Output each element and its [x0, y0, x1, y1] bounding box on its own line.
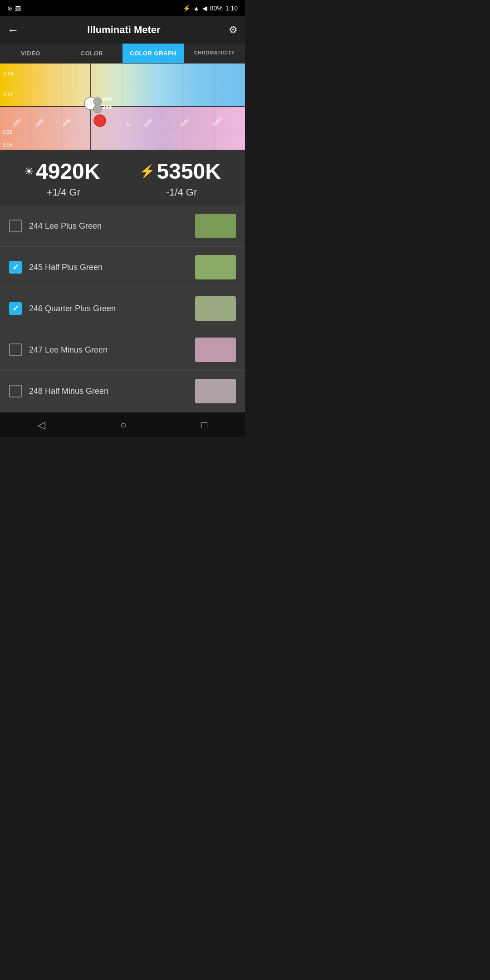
app-title: Illuminati Meter	[87, 24, 160, 36]
flash-temp: ⚡ 5350K	[139, 159, 221, 184]
filter-item-247: 247 Lee Minus Green	[0, 329, 245, 371]
filter-item-245: 245 Half Plus Green	[0, 247, 245, 288]
ambient-green: +1/4 Gr	[5, 186, 122, 198]
tab-color[interactable]: COLOR	[61, 44, 122, 63]
nav-back-button[interactable]: ◁	[27, 416, 56, 435]
filter-item-248: 248 Half Minus Green	[0, 371, 245, 412]
filter-label-248: 248 Half Minus Green	[29, 387, 188, 396]
color-swatch-248	[195, 379, 236, 403]
checkbox-247[interactable]	[9, 343, 22, 356]
tab-chromaticity[interactable]: CHROMATICITY	[184, 44, 245, 63]
status-right: ⚡ ▲ ◀ 80% 1:10	[183, 5, 238, 12]
temperature-display: ☀ 4920K ⚡ 5350K +1/4 Gr -1/4 Gr	[0, 150, 245, 206]
status-left: ⊗ 🖼	[7, 5, 21, 12]
wifi-icon: ▲	[193, 5, 200, 12]
checkbox-246[interactable]	[9, 302, 22, 315]
back-button[interactable]: ←	[7, 23, 19, 37]
app-bar: ← Illuminati Meter ⚙	[0, 16, 245, 44]
flash-icon: ⚡	[139, 164, 155, 179]
color-swatch-246	[195, 296, 236, 321]
tab-bar: VIDEO COLOR COLOR GRAPH CHROMATICITY	[0, 44, 245, 64]
filter-item-244: 244 Lee Plus Green	[0, 206, 245, 247]
temp-sub-row: +1/4 Gr -1/4 Gr	[5, 186, 240, 198]
status-bar: ⊗ 🖼 ⚡ ▲ ◀ 80% 1:10	[0, 0, 245, 16]
filter-item-246: 246 Quarter Plus Green	[0, 288, 245, 329]
time-text: 1:10	[225, 5, 238, 12]
filter-label-245: 245 Half Plus Green	[29, 263, 188, 272]
filter-label-244: 244 Lee Plus Green	[29, 221, 188, 231]
filter-list: 244 Lee Plus Green 245 Half Plus Green 2…	[0, 206, 245, 412]
app-icon: ⊗	[7, 5, 12, 12]
nav-recent-button[interactable]: □	[191, 416, 218, 435]
tab-color-graph[interactable]: COLOR GRAPH	[122, 44, 184, 63]
flash-green: -1/4 Gr	[122, 186, 240, 198]
nav-bar: ◁ ○ □	[0, 412, 245, 437]
flash-temp-value: 5350K	[157, 159, 221, 184]
color-graph: 0.04 0.02 -0.02 -0.04 2500 3000 4000 500…	[0, 64, 245, 150]
battery-text: 80%	[210, 5, 223, 12]
color-swatch-245	[195, 255, 236, 279]
color-swatch-247	[195, 338, 236, 362]
temp-row: ☀ 4920K ⚡ 5350K	[5, 159, 240, 184]
nav-home-button[interactable]: ○	[109, 416, 137, 435]
filter-label-246: 246 Quarter Plus Green	[29, 304, 188, 314]
image-icon: 🖼	[15, 5, 21, 12]
checkbox-244[interactable]	[9, 220, 22, 232]
tab-video[interactable]: VIDEO	[0, 44, 61, 63]
bluetooth-icon: ⚡	[183, 5, 191, 12]
ambient-temp: ☀ 4920K	[24, 159, 100, 184]
sun-icon: ☀	[24, 165, 34, 178]
settings-button[interactable]: ⚙	[229, 24, 238, 36]
checkbox-248[interactable]	[9, 385, 22, 397]
color-swatch-244	[195, 214, 236, 238]
filter-label-247: 247 Lee Minus Green	[29, 345, 188, 355]
checkbox-245[interactable]	[9, 261, 22, 274]
signal-icon: ◀	[202, 5, 207, 12]
ambient-temp-value: 4920K	[36, 159, 100, 184]
